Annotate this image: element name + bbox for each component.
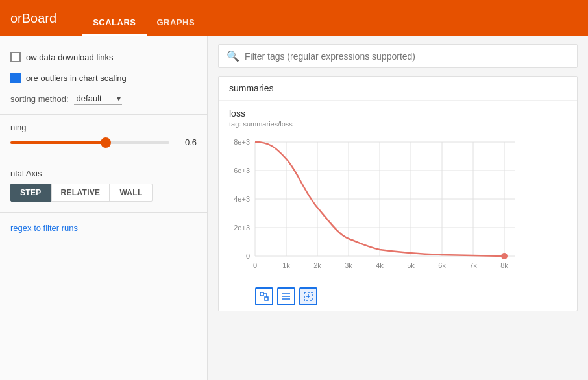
sorting-select[interactable]: default by name by time: [74, 92, 122, 105]
svg-text:4e+3: 4e+3: [234, 195, 250, 203]
axis-wall-btn[interactable]: WALL: [110, 184, 152, 202]
svg-text:8k: 8k: [500, 261, 508, 269]
chart-container: loss tag: summaries/loss 8e+3 6e+3 4e+3 …: [219, 101, 577, 311]
fit-icon: [304, 292, 313, 301]
svg-text:7k: 7k: [469, 261, 477, 269]
axis-step-btn[interactable]: STEP: [10, 184, 51, 202]
search-icon: 🔍: [227, 50, 239, 62]
loss-chart-svg: 8e+3 6e+3 4e+3 2e+3 0: [229, 133, 521, 282]
chart-title: loss: [229, 108, 567, 119]
chart-section: summaries loss tag: summaries/loss 8e+3 …: [218, 76, 578, 311]
outliers-checkbox[interactable]: [10, 73, 21, 83]
smoothing-value: 0.6: [177, 137, 197, 147]
main-nav: SCALARS GRAPHS: [82, 0, 205, 36]
sorting-label: sorting method:: [10, 94, 69, 104]
lines-icon: [282, 292, 291, 301]
chart-toolbar: [229, 287, 567, 305]
nav-scalars[interactable]: SCALARS: [82, 18, 146, 36]
show-data-links-label: ow data download links: [26, 53, 113, 62]
outliers-label[interactable]: ore outliers in chart scaling: [26, 73, 127, 83]
divider-2: [0, 158, 207, 158]
slider-row: 0.6: [10, 137, 197, 147]
nav-graphs[interactable]: GRAPHS: [147, 18, 206, 36]
runs-filter-label[interactable]: regex to filter runs: [10, 223, 78, 233]
chart-tag: tag: summaries/loss: [229, 120, 567, 128]
svg-text:2e+3: 2e+3: [234, 224, 250, 232]
divider-1: [0, 114, 207, 115]
fit-screen-btn[interactable]: [299, 287, 317, 305]
main-content: 🔍 summaries loss tag: summaries/loss 8e+…: [208, 36, 588, 380]
svg-text:5k: 5k: [407, 261, 415, 269]
outliers-row: ore outliers in chart scaling: [0, 67, 207, 88]
axis-relative-btn[interactable]: RELATIVE: [51, 184, 110, 202]
svg-text:4k: 4k: [376, 261, 384, 269]
svg-text:1k: 1k: [282, 261, 290, 269]
smoothing-slider[interactable]: [10, 141, 169, 144]
expand-icon: [260, 292, 269, 301]
svg-point-28: [501, 253, 508, 259]
sorting-row: sorting method: default by name by time …: [0, 88, 207, 109]
svg-text:2k: 2k: [313, 261, 321, 269]
svg-text:0: 0: [246, 252, 250, 260]
axis-label: ntal Axis: [10, 169, 197, 178]
axis-buttons: STEP RELATIVE WALL: [10, 184, 197, 202]
svg-text:0: 0: [253, 261, 257, 269]
sorting-select-wrapper: default by name by time ▾: [74, 92, 122, 105]
app-title: orBoard: [10, 11, 56, 26]
axis-section: ntal Axis STEP RELATIVE WALL: [0, 163, 207, 207]
runs-section: regex to filter runs: [0, 218, 207, 238]
svg-rect-30: [265, 297, 268, 300]
main-layout: ow data download links ore outliers in c…: [0, 36, 588, 380]
svg-text:3k: 3k: [345, 261, 352, 269]
chart-area: 8e+3 6e+3 4e+3 2e+3 0: [229, 133, 521, 282]
svg-text:6e+3: 6e+3: [234, 167, 250, 174]
section-header: summaries: [219, 77, 577, 101]
svg-rect-29: [260, 292, 263, 296]
svg-text:6k: 6k: [438, 261, 446, 269]
divider-3: [0, 212, 207, 213]
sidebar: ow data download links ore outliers in c…: [0, 36, 208, 380]
slider-fill: [10, 141, 106, 144]
show-data-links-row: ow data download links: [0, 47, 207, 67]
expand-btn[interactable]: [255, 287, 273, 305]
smoothing-section: ning 0.6: [0, 120, 207, 152]
svg-text:8e+3: 8e+3: [234, 138, 250, 146]
filter-bar: 🔍: [218, 44, 578, 68]
data-lines-btn[interactable]: [277, 287, 295, 305]
slider-thumb[interactable]: [101, 137, 111, 148]
filter-input[interactable]: [245, 51, 569, 62]
app-header: orBoard SCALARS GRAPHS: [0, 0, 588, 36]
smoothing-label: ning: [10, 123, 197, 132]
show-data-links-checkbox[interactable]: [10, 52, 21, 62]
